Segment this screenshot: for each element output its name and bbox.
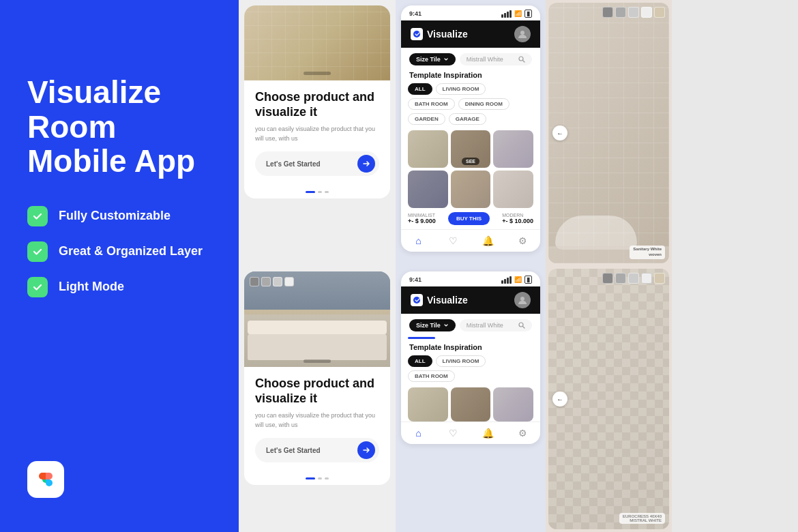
bottom-nav-top: ⌂ ♡ 🔔 ⚙ [401,229,540,252]
cat-bath[interactable]: BATH ROOM [408,98,455,110]
minimalist-label: MINIMALIST [408,213,436,218]
figma-icon [27,461,64,498]
status-bar-top: 9:41 📶 ▮ [401,5,540,20]
nav-heart-top[interactable]: ♡ [447,234,460,248]
see-badge: SEE [462,158,479,165]
search-placeholder-bottom: Mistrall White [467,322,503,329]
swatches-overlay [250,277,294,286]
mini-cell-3[interactable] [493,387,533,422]
nav-bell-bottom[interactable]: 🔔 [482,426,495,440]
nav-settings-bottom[interactable]: ⚙ [516,426,530,440]
cat-all[interactable]: ALL [408,83,432,95]
size-filter-bottom[interactable]: Size Tile [409,319,456,331]
nav-home-bottom[interactable]: ⌂ [412,426,426,440]
app-top-panel: 9:41 📶 ▮ [396,0,546,266]
pattern-label: EUROCRESS 40X40 MISTRAL WHITE [619,513,665,524]
status-bar-bottom: 9:41 📶 ▮ [401,271,540,286]
search-bar-bottom[interactable]: Mistrall White [460,319,532,331]
app-header-bottom: Visualize [401,286,540,314]
search-row-bottom: Size Tile Mistrall White [401,314,540,337]
bathroom-swatches-top [602,7,665,18]
dot-b-active [306,477,315,479]
feature-label-3: Light Mode [59,280,124,294]
cat-dining[interactable]: DINING ROOM [458,98,509,110]
cat-living-b[interactable]: LIVING ROOM [436,355,486,367]
feature-item-2: Great & Organized Layer [27,241,211,262]
dots-indicator-bottom [244,472,390,485]
swatch-b-mid [615,273,626,284]
svg-point-1 [520,31,524,35]
cat-living[interactable]: LIVING ROOM [436,83,486,95]
app-name-top: Visualize [427,29,468,40]
mini-cell-2[interactable] [451,387,491,422]
template-cell-1[interactable] [408,130,448,168]
bedroom-bg: EUROCRESS 40X40 MISTRAL WHITE [244,271,390,367]
time-top: 9:41 [409,10,422,17]
svg-point-2 [519,57,523,61]
swatch-dark [602,7,613,18]
right-top-panel: ← Sanitary White woven [546,0,672,266]
cat-garage[interactable]: GARAGE [449,113,486,125]
size-filter-top[interactable]: Size Tile [409,53,456,65]
dot-active [306,191,315,193]
sw1 [250,277,259,286]
search-bar-top[interactable]: Mistrall White [460,53,532,65]
nav-arrow-bottom[interactable]: ← [552,391,567,407]
app-header-top: Visualize [401,20,540,48]
user-avatar-bottom[interactable] [514,292,531,308]
blue-bar-bottom [408,337,435,339]
sw2 [261,277,271,286]
nav-settings-top[interactable]: ⚙ [516,234,530,248]
swatch-b-dark [602,273,613,284]
section-title-top: Template Inspiration [401,71,540,83]
bedroom-image: EUROCRESS 40X40 MISTRAL WHITE [244,271,390,367]
onboarding-desc-top: you can easily visualize the product tha… [255,125,379,143]
cat-all-b[interactable]: ALL [408,355,432,367]
battery-icon: ▮ [524,10,532,18]
onboarding-card-top: Choose product and visualize it you can … [244,5,390,198]
nav-heart-bottom[interactable]: ♡ [447,426,460,440]
battery-icon-bottom: ▮ [524,276,532,284]
app-bottom-panel: 9:41 📶 ▮ [396,266,546,532]
template-cell-2[interactable]: SEE [451,130,491,168]
modern-value: +- $ 10.000 [502,218,533,224]
onboarding-desc-bottom: you can easily visualize the product tha… [255,411,379,430]
minimalist-price: MINIMALIST +- $ 9.000 [408,213,436,224]
swatch-white [641,7,652,18]
swatch-b-light [628,273,639,284]
feature-label-2: Great & Organized Layer [59,244,203,258]
get-started-button-bottom[interactable]: Let's Get Started [255,438,379,462]
search-row-top: Size Tile Mistrall White [401,48,540,71]
swatch-mid [615,7,626,18]
nav-bell-top[interactable]: 🔔 [482,234,495,248]
onboarding-title-top: Choose product and visualize it [255,90,379,119]
price-row-top: MINIMALIST +- $ 9.000 BUY THIS MODERN +-… [401,208,540,229]
nav-arrow-top[interactable]: ← [552,125,567,141]
get-started-label-bottom: Let's Get Started [266,447,321,454]
check-icon-1 [27,206,48,226]
cat-bath-b[interactable]: BATH ROOM [408,370,455,382]
cat-garden[interactable]: GARDEN [408,113,445,125]
template-cell-4[interactable] [408,171,448,208]
svg-point-4 [520,297,524,301]
swatch-light [628,7,639,18]
section-title-bottom: Template Inspiration [401,343,540,355]
nav-home-top[interactable]: ⌂ [412,234,426,248]
swatch-beige [654,7,665,18]
get-started-button-top[interactable]: Let's Get Started [255,151,379,176]
tile-pattern-top [244,5,390,80]
mini-cell-1[interactable] [408,387,448,422]
check-icon-3 [27,277,48,297]
app-logo-top: Visualize [411,28,468,40]
onboarding-content-bottom: Choose product and visualize it you can … [244,367,390,472]
logo-icon-top [411,28,423,40]
template-cell-6[interactable] [493,171,533,208]
user-avatar-top[interactable] [514,26,531,42]
template-grid-top: SEE [401,130,540,208]
buy-button-top[interactable]: BUY THIS [448,212,490,225]
template-cell-5[interactable] [451,171,491,208]
status-icons-top: 📶 ▮ [501,10,532,18]
time-bottom: 9:41 [409,276,422,283]
app-logo-bottom: Visualize [411,294,468,306]
template-cell-3[interactable] [493,130,533,168]
